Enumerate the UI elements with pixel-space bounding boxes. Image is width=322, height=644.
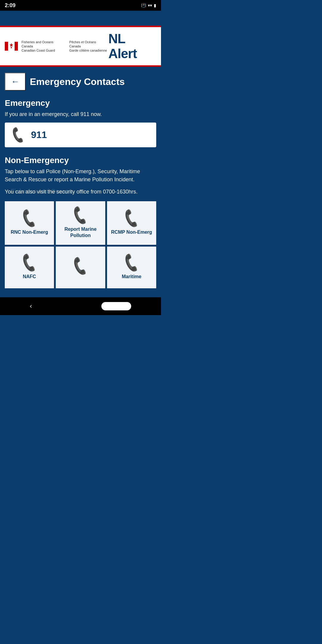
header-logo: Fisheries and Oceans Canada Canadian Coa… (5, 40, 109, 53)
contact-grid: 📞 RNC Non-Emerg 📞 Report Marine Pollutio… (5, 201, 156, 288)
page-title-row: ← Emergency Contacts (5, 73, 156, 91)
maritime-label: Maritime (122, 274, 141, 280)
svg-rect-2 (15, 42, 18, 51)
emergency-section: Emergency If you are in an emergency, ca… (5, 98, 156, 147)
svg-rect-0 (5, 42, 8, 51)
rcmp-non-emerg-button[interactable]: 📞 RCMP Non-Emerg (107, 201, 156, 245)
status-bar: 2:09 📳 ▾▾ ▮ (0, 0, 161, 11)
rnc-phone-icon: 📞 (19, 208, 40, 229)
header-text-block: Fisheries and Oceans Canada Canadian Coa… (21, 40, 109, 53)
svg-rect-4 (11, 47, 12, 48)
wifi-icon: ▾▾ (148, 3, 152, 8)
bottom-nav: ‹ (0, 297, 161, 315)
fisheries-en: Fisheries and Oceans Canada (21, 40, 66, 49)
coast-guard-fr: Garde côtière canadienne (69, 48, 108, 52)
emergency-desc: If you are in an emergency, call 911 now… (5, 110, 156, 118)
marine-phone-icon: 📞 (70, 205, 91, 226)
back-button[interactable]: ← (5, 73, 26, 91)
vibrate-icon: 📳 (141, 3, 146, 8)
app-name: NL Alert (109, 31, 156, 61)
nafc-phone-icon: 📞 (19, 252, 40, 273)
page-title: Emergency Contacts (30, 76, 125, 87)
rcmp-label: RCMP Non-Emerg (111, 229, 152, 236)
app-header: Fisheries and Oceans Canada Canadian Coa… (0, 26, 161, 67)
nafc-label: NAFC (23, 274, 36, 280)
non-emergency-section: Non-Emergency Tap below to call Police (… (5, 156, 156, 288)
fisheries-fr-col: Pêches et Océans Canada Garde côtière ca… (69, 40, 108, 53)
rnc-non-emerg-button[interactable]: 📞 RNC Non-Emerg (5, 201, 54, 245)
rcmp-phone-icon: 📞 (121, 208, 142, 229)
rnc-label: RNC Non-Emerg (11, 229, 48, 236)
emergency-number: 911 (31, 129, 47, 140)
nav-home-indicator[interactable] (101, 302, 131, 310)
emergency-heading: Emergency (5, 98, 156, 108)
fisheries-fr: Pêches et Océans Canada (69, 40, 108, 49)
status-time: 2:09 (5, 2, 16, 9)
non-emergency-desc2: You can also visit the security office f… (5, 188, 156, 196)
back-arrow-icon: ← (11, 77, 19, 86)
battery-icon: ▮ (154, 3, 156, 8)
nav-back-button[interactable]: ‹ (30, 302, 32, 310)
fisheries-col: Fisheries and Oceans Canada Canadian Coa… (21, 40, 66, 53)
unknown-phone-icon: 📞 (70, 255, 91, 276)
phone-911-icon: 📞 (9, 126, 27, 144)
canada-flag (5, 42, 18, 51)
main-content: ← Emergency Contacts Emergency If you ar… (0, 67, 161, 294)
non-emergency-desc1: Tap below to call Police (Non-Emerg.), S… (5, 168, 156, 184)
coast-guard-en: Canadian Coast Guard (21, 48, 66, 52)
status-icons: 📳 ▾▾ ▮ (141, 3, 156, 8)
report-marine-pollution-button[interactable]: 📞 Report Marine Pollution (56, 201, 105, 245)
nafc-button[interactable]: 📞 NAFC (5, 247, 54, 288)
top-bar (0, 11, 161, 26)
call-911-button[interactable]: 📞 911 (5, 123, 156, 147)
maritime-button[interactable]: 📞 Maritime (107, 247, 156, 288)
non-emergency-heading: Non-Emergency (5, 156, 156, 165)
maritime-phone-icon: 📞 (121, 252, 142, 273)
unknown-button[interactable]: 📞 (56, 247, 105, 288)
marine-label: Report Marine Pollution (59, 226, 102, 239)
